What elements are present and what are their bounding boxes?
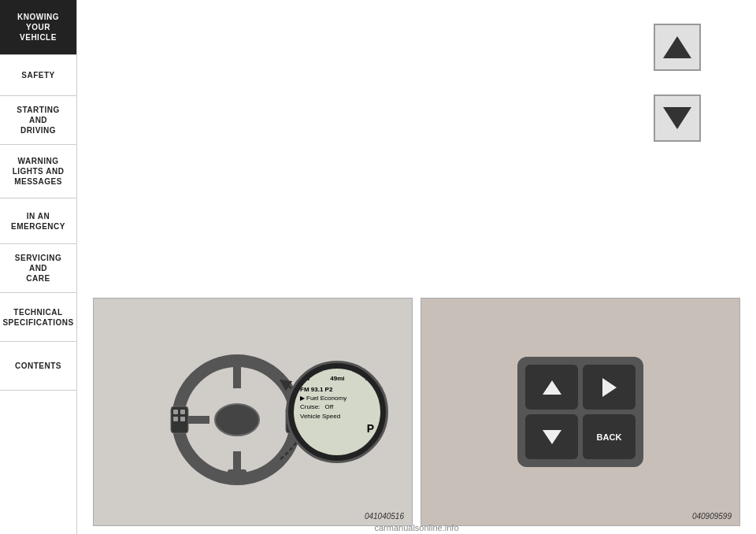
right-image: BACK 040909599 <box>421 298 740 526</box>
svg-rect-9 <box>180 417 185 421</box>
screen-content: SW 49mi 71° FM 93.1 P2 ▶ Fuel Economy Cr… <box>294 369 380 455</box>
screen-temp: 71° <box>365 375 374 382</box>
ctrl-down-icon <box>543 430 561 444</box>
left-image-caption: 041040516 <box>365 512 404 521</box>
sidebar-item-servicing[interactable]: SERVICING AND CARE <box>0 244 76 293</box>
images-area: SW 49mi 71° FM 93.1 P2 ▶ Fuel Economy Cr… <box>77 290 756 534</box>
icon-area <box>654 16 701 142</box>
main-content: SW 49mi 71° FM 93.1 P2 ▶ Fuel Economy Cr… <box>77 0 756 534</box>
watermark: carmanualsonline.info <box>374 523 458 532</box>
control-right-button[interactable] <box>583 365 636 410</box>
screen-header: SW 49mi 71° <box>300 375 374 382</box>
ctrl-up-icon <box>543 380 561 395</box>
svg-point-4 <box>215 404 259 436</box>
right-image-caption: 040909599 <box>692 512 732 521</box>
screen-arrow-icon: ▶ <box>300 394 305 402</box>
up-triangle-icon <box>663 36 691 58</box>
sidebar-knowing-label: KNOWING YOUR VEHICLE <box>17 12 59 43</box>
up-arrow-button[interactable] <box>654 24 701 71</box>
control-back-button[interactable]: BACK <box>583 414 636 459</box>
sidebar-item-inan[interactable]: IN AN EMERGENCY <box>0 198 76 244</box>
sidebar-inan-label: IN AN EMERGENCY <box>11 211 65 232</box>
svg-rect-6 <box>173 410 178 414</box>
sidebar-item-contents[interactable]: CONTENTS <box>0 342 76 391</box>
svg-rect-15 <box>228 469 246 481</box>
svg-rect-7 <box>173 417 178 421</box>
down-triangle-icon <box>663 107 691 129</box>
screen-cruise: Cruise: Off <box>300 402 374 411</box>
control-down-button[interactable] <box>525 414 578 459</box>
sidebar-contents-label: CONTENTS <box>15 361 61 371</box>
screen-radio: FM 93.1 P2 <box>300 385 374 394</box>
svg-rect-8 <box>180 410 185 414</box>
sidebar-starting-label: STARTING AND DRIVING <box>17 105 59 135</box>
sidebar-item-technical[interactable]: TECHNICAL SPECIFICATIONS <box>0 293 76 342</box>
upper-area <box>77 0 756 150</box>
sidebar-servicing-label: SERVICING AND CARE <box>15 253 61 284</box>
control-pad: BACK <box>517 357 643 467</box>
sidebar-technical-label: TECHNICAL SPECIFICATIONS <box>2 307 73 328</box>
ctrl-right-icon <box>602 378 617 397</box>
screen-sw: SW <box>300 375 310 382</box>
sidebar-item-knowing[interactable]: KNOWING YOUR VEHICLE <box>0 0 76 55</box>
sidebar-item-starting[interactable]: STARTING AND DRIVING <box>0 96 76 145</box>
screen-gear: P <box>300 422 374 435</box>
left-image: SW 49mi 71° FM 93.1 P2 ▶ Fuel Economy Cr… <box>93 298 413 526</box>
text-area <box>101 16 654 142</box>
sidebar: KNOWING YOUR VEHICLE SAFETY STARTING AND… <box>0 0 77 534</box>
back-label: BACK <box>597 432 622 442</box>
sidebar-item-warning[interactable]: WARNING LIGHTS AND MESSAGES <box>0 145 76 198</box>
screen-circle: SW 49mi 71° FM 93.1 P2 ▶ Fuel Economy Cr… <box>286 361 388 463</box>
sidebar-warning-label: WARNING LIGHTS AND MESSAGES <box>13 156 65 187</box>
screen-vehicle-speed: Vehicle Speed <box>300 412 374 421</box>
right-image-bg: BACK <box>421 299 739 525</box>
down-arrow-button[interactable] <box>654 95 701 142</box>
screen-mileage: 49mi <box>330 375 344 382</box>
sidebar-item-safety[interactable]: SAFETY <box>0 55 76 96</box>
screen-fuel-economy: ▶ Fuel Economy <box>300 394 374 402</box>
control-up-button[interactable] <box>525 365 578 410</box>
steering-wheel-area: SW 49mi 71° FM 93.1 P2 ▶ Fuel Economy Cr… <box>94 299 412 525</box>
sidebar-safety-label: SAFETY <box>21 70 54 80</box>
